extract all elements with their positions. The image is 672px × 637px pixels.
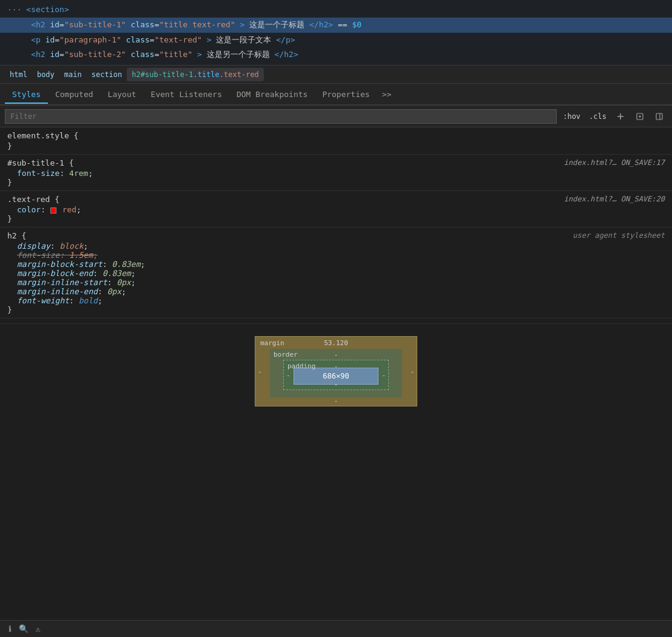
dom-line-p[interactable]: <p id="paragraph-1" class="text-red" > 这… xyxy=(0,33,672,48)
box-model-area: margin 53.120 - - - border - padding xyxy=(0,323,672,419)
margin-left-val: - xyxy=(258,368,262,376)
h2-close: } xyxy=(7,305,665,314)
warning-icon[interactable]: ⚠ xyxy=(32,623,44,635)
padding-bottom-val: - xyxy=(334,380,338,388)
hov-button[interactable]: :hov xyxy=(560,111,583,122)
p-attr-id-name: id xyxy=(45,35,55,44)
sub-title-close: } xyxy=(7,178,665,187)
tag-h2-2-end: </h2> xyxy=(275,50,298,59)
margin-bottom-val: - xyxy=(334,397,338,405)
breadcrumb-h2[interactable]: h2#sub-title-1.title.text-red xyxy=(127,68,264,81)
ellipsis-icon: ··· xyxy=(7,5,26,14)
attr-id-val: "sub-title-1" xyxy=(64,20,126,29)
new-style-rule-button[interactable] xyxy=(632,111,648,122)
tag-h2-2-open: <h2 xyxy=(31,50,50,59)
text-red-close: } xyxy=(7,214,665,223)
search-bottom-icon[interactable]: 🔍 xyxy=(15,623,32,635)
h2-prop-font-weight: font-weight: bold; xyxy=(17,296,665,305)
add-style-button[interactable] xyxy=(613,111,628,122)
sub-title-body: font-size: 4rem; xyxy=(7,169,665,178)
color-prop: color xyxy=(17,205,41,214)
bottom-bar: ℹ 🔍 ⚠ xyxy=(0,620,672,637)
tag-p-open: <p xyxy=(31,35,45,44)
p-attr-class-val: "text-red" xyxy=(155,35,202,44)
sub-title-selector: #sub-title-1 { index.html?… ON_SAVE:17 xyxy=(7,158,665,167)
filter-input[interactable] xyxy=(5,109,557,124)
border-label: border xyxy=(274,351,298,359)
text-red-source[interactable]: index.html?… ON_SAVE:20 xyxy=(564,195,665,203)
padding-box: padding - - - - 686×90 xyxy=(283,360,389,390)
styles-scroll: element.style { } #sub-title-1 { index.h… xyxy=(0,127,672,637)
h2-prop-display: display: block; xyxy=(17,241,665,251)
indent xyxy=(7,20,26,29)
info-icon[interactable]: ℹ xyxy=(5,623,15,635)
rule-text-red: .text-red { index.html?… ON_SAVE:20 colo… xyxy=(0,191,672,228)
h2-2-attr-id: id xyxy=(50,50,59,59)
h2-prop-margin-block-start: margin-block-start: 0.83em; xyxy=(17,260,665,269)
toggle-sidebar-button[interactable] xyxy=(651,111,667,122)
dom-line-section[interactable]: ··· <section> xyxy=(0,2,672,18)
h2-prop-margin-block-end: margin-block-end: 0.83em; xyxy=(17,269,665,278)
devtools-panel: ··· <section> <h2 id="sub-title-1" class… xyxy=(0,0,672,637)
tag-h2-open: <h2 xyxy=(31,20,50,29)
attr-class-name: class xyxy=(131,20,155,29)
padding-left-val: - xyxy=(286,371,291,379)
svg-rect-5 xyxy=(656,113,662,120)
padding-label: padding xyxy=(287,362,315,370)
tag-h2-2-close: > xyxy=(197,50,202,59)
h2-2-text: 这是另一个子标题 xyxy=(207,50,270,59)
tag-p-close: > xyxy=(207,35,212,44)
padding-right-val: - xyxy=(381,371,386,379)
h2-prop-font-size: font-size: 1.5em; xyxy=(17,251,665,260)
color-val: red xyxy=(62,205,76,214)
ua-comment: user agent stylesheet xyxy=(573,231,665,240)
breadcrumb: html body main section h2#sub-title-1.ti… xyxy=(0,66,672,84)
margin-right-val: - xyxy=(410,368,414,376)
tab-layout[interactable]: Layout xyxy=(101,86,144,104)
attr-id-name: id xyxy=(50,20,59,29)
h2-prop-margin-inline-start: margin-inline-start: 0px; xyxy=(17,278,665,287)
dom-line-h2-2[interactable]: <h2 id="sub-title-2" class="title" > 这是另… xyxy=(0,47,672,62)
breadcrumb-body[interactable]: body xyxy=(32,68,59,81)
content-dimensions: 686×90 xyxy=(323,372,349,380)
text-red-body: color: red; xyxy=(7,205,665,214)
tag-section-open: <section> xyxy=(26,5,69,14)
dom-tree: ··· <section> <h2 id="sub-title-1" class… xyxy=(0,0,672,66)
tab-dom-breakpoints[interactable]: DOM Breakpoints xyxy=(229,86,315,104)
tab-styles[interactable]: Styles xyxy=(5,86,48,104)
margin-label: margin xyxy=(260,339,284,347)
equals: == xyxy=(338,20,352,29)
breadcrumb-main[interactable]: main xyxy=(59,68,87,81)
rule-sub-title: #sub-title-1 { index.html?… ON_SAVE:17 f… xyxy=(0,155,672,191)
p-text: 这是一段子文本 xyxy=(216,35,271,44)
h2-body: display: block; font-size: 1.5em; margin… xyxy=(7,241,665,305)
cls-button[interactable]: .cls xyxy=(586,111,609,122)
tag-h2-close: > xyxy=(240,20,245,29)
indent xyxy=(7,50,26,59)
rule-element-style: element.style { } xyxy=(0,127,672,155)
border-box: border - padding - - - - xyxy=(270,349,402,397)
padding-top-val: - xyxy=(334,362,338,370)
rule-h2-ua: h2 { user agent stylesheet display: bloc… xyxy=(0,228,672,318)
tab-properties[interactable]: Properties xyxy=(315,86,377,104)
tab-computed[interactable]: Computed xyxy=(48,86,101,104)
breadcrumb-html[interactable]: html xyxy=(5,68,32,81)
sub-title-source[interactable]: index.html?… ON_SAVE:17 xyxy=(564,158,665,167)
border-top-val: - xyxy=(334,351,338,359)
tag-h2-end: </h2> xyxy=(309,20,333,29)
breadcrumb-section[interactable]: section xyxy=(87,68,127,81)
attr-class-val: "title text-red" xyxy=(159,20,235,29)
h2-text: 这是一个子标题 xyxy=(249,20,304,29)
styles-toolbar: :hov .cls xyxy=(0,106,672,127)
color-swatch-red[interactable] xyxy=(50,207,56,214)
element-style-selector: element.style { xyxy=(7,131,665,140)
dom-line-h2-selected[interactable]: <h2 id="sub-title-1" class="title text-r… xyxy=(0,18,672,33)
font-size-prop: font-size xyxy=(17,169,59,178)
margin-box: margin 53.120 - - - border - padding xyxy=(255,336,417,406)
p-attr-id-val: "paragraph-1" xyxy=(59,35,121,44)
text-red-selector: .text-red { index.html?… ON_SAVE:20 xyxy=(7,195,665,204)
tabs-bar: Styles Computed Layout Event Listeners D… xyxy=(0,84,672,106)
tab-event-listeners[interactable]: Event Listeners xyxy=(144,86,229,104)
h2-prop-margin-inline-end: margin-inline-end: 0px; xyxy=(17,287,665,296)
tab-more[interactable]: >> xyxy=(377,87,397,103)
